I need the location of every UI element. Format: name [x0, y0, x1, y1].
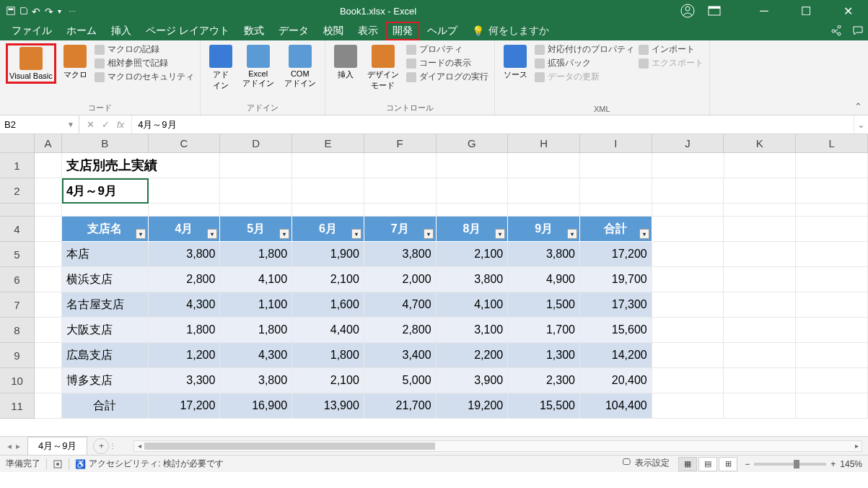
row-header-7[interactable]: 7: [0, 292, 35, 318]
filter-icon[interactable]: ▾: [495, 229, 505, 239]
cell[interactable]: [35, 178, 62, 204]
select-all-corner[interactable]: [0, 134, 35, 153]
cell[interactable]: [652, 393, 724, 419]
ribbon-excel-addin-button[interactable]: Excel アドイン: [240, 43, 277, 90]
cell[interactable]: [508, 153, 580, 178]
cell[interactable]: [35, 204, 62, 217]
filter-icon[interactable]: ▾: [351, 229, 361, 239]
cell[interactable]: [437, 153, 509, 178]
filter-icon[interactable]: ▾: [136, 229, 146, 239]
ribbon-small-マクロのセキュリティ[interactable]: マクロのセキュリティ: [95, 71, 194, 83]
table-total[interactable]: 19,200: [437, 393, 509, 419]
cell[interactable]: [724, 343, 796, 368]
col-header-F[interactable]: F: [364, 134, 437, 153]
macro-record-icon[interactable]: [53, 459, 63, 469]
row-header-11[interactable]: 11: [0, 393, 35, 419]
view-page-layout-button[interactable]: ▤: [698, 457, 717, 471]
table-cell[interactable]: 1,700: [508, 318, 580, 343]
table-cell[interactable]: 2,100: [292, 368, 364, 393]
table-cell[interactable]: 3,800: [364, 242, 437, 267]
table-cell[interactable]: 17,200: [580, 242, 652, 267]
maximize-button[interactable]: ☐: [792, 4, 820, 18]
table-header-合計[interactable]: 合計▾: [580, 217, 652, 242]
cell[interactable]: [652, 217, 724, 242]
qat-more-icon[interactable]: ⋯: [69, 7, 76, 15]
enter-formula-icon[interactable]: ✓: [102, 119, 110, 130]
table-total[interactable]: 合計: [62, 393, 149, 419]
table-cell[interactable]: 2,300: [508, 368, 580, 393]
ribbon-collapse-icon[interactable]: ⌃: [854, 101, 862, 112]
menu-ファイル[interactable]: ファイル: [4, 22, 59, 40]
table-cell[interactable]: 2,800: [364, 318, 437, 343]
row-header-5[interactable]: 5: [0, 242, 35, 267]
ribbon-small-拡張パック[interactable]: 拡張パック: [535, 57, 634, 69]
row-header-9[interactable]: 9: [0, 343, 35, 368]
table-cell[interactable]: 3,900: [437, 368, 509, 393]
cell[interactable]: [652, 153, 724, 178]
table-cell[interactable]: 1,200: [149, 343, 221, 368]
cell[interactable]: [35, 318, 62, 343]
table-cell[interactable]: 4,700: [364, 292, 437, 318]
table-cell[interactable]: 4,100: [437, 292, 509, 318]
table-cell[interactable]: 本店: [62, 242, 149, 267]
table-cell[interactable]: 20,400: [580, 368, 652, 393]
ribbon-design-button[interactable]: デザイン モード: [364, 43, 402, 92]
cell[interactable]: [724, 242, 796, 267]
row-header-1[interactable]: 1: [0, 153, 35, 178]
cell[interactable]: [652, 318, 724, 343]
cell[interactable]: [35, 368, 62, 393]
table-cell[interactable]: 1,800: [220, 318, 292, 343]
minimize-button[interactable]: ─: [750, 4, 779, 17]
cell[interactable]: [652, 267, 724, 292]
row-header-6[interactable]: 6: [0, 267, 35, 292]
cell[interactable]: [35, 242, 62, 267]
table-total[interactable]: 17,200: [149, 393, 221, 419]
table-cell[interactable]: 3,800: [149, 242, 221, 267]
cell[interactable]: [508, 178, 580, 204]
menu-ホーム[interactable]: ホーム: [59, 22, 104, 40]
table-cell[interactable]: 1,900: [292, 242, 364, 267]
cell[interactable]: [220, 204, 292, 217]
cell[interactable]: [796, 153, 868, 178]
cell[interactable]: [796, 343, 868, 368]
ribbon-source-button[interactable]: ソース: [501, 43, 530, 82]
table-cell[interactable]: 名古屋支店: [62, 292, 149, 318]
col-header-E[interactable]: E: [292, 134, 364, 153]
table-total[interactable]: 15,500: [508, 393, 580, 419]
filter-icon[interactable]: ▾: [279, 229, 289, 239]
cell[interactable]: [437, 178, 509, 204]
cell[interactable]: [796, 242, 868, 267]
cell[interactable]: [35, 217, 62, 242]
cell[interactable]: [220, 153, 292, 178]
cell[interactable]: [724, 217, 796, 242]
table-header-4月[interactable]: 4月▾: [149, 217, 221, 242]
cell[interactable]: [796, 178, 868, 204]
zoom-percent[interactable]: 145%: [840, 459, 862, 469]
table-cell[interactable]: 15,600: [580, 318, 652, 343]
filter-icon[interactable]: ▾: [567, 229, 577, 239]
table-cell[interactable]: 博多支店: [62, 368, 149, 393]
table-cell[interactable]: 大阪支店: [62, 318, 149, 343]
table-cell[interactable]: 4,300: [220, 343, 292, 368]
table-cell[interactable]: 3,800: [437, 267, 509, 292]
row-header-4[interactable]: 4: [0, 217, 35, 242]
tab-split-icon[interactable]: ⋮: [109, 442, 119, 450]
col-header-J[interactable]: J: [652, 134, 724, 153]
table-cell[interactable]: 3,300: [149, 368, 221, 393]
accessibility-icon[interactable]: ♿: [75, 459, 86, 469]
cell[interactable]: [149, 204, 221, 217]
row-header-10[interactable]: 10: [0, 368, 35, 393]
name-box[interactable]: B2 ▼: [0, 116, 79, 134]
ribbon-small-プロパティ[interactable]: プロパティ: [406, 43, 488, 56]
cell[interactable]: [35, 292, 62, 318]
cell[interactable]: [580, 204, 652, 217]
cell[interactable]: [292, 153, 364, 178]
ribbon-addin-button[interactable]: アド イン: [206, 43, 235, 92]
row-header-8[interactable]: 8: [0, 318, 35, 343]
tab-nav-first-icon[interactable]: ◂: [7, 441, 12, 451]
col-header-L[interactable]: L: [796, 134, 868, 153]
menu-ページ レイアウト[interactable]: ページ レイアウト: [139, 22, 237, 40]
table-cell[interactable]: 3,800: [508, 242, 580, 267]
undo-icon[interactable]: ↶: [32, 6, 42, 16]
table-cell[interactable]: 3,400: [364, 343, 437, 368]
